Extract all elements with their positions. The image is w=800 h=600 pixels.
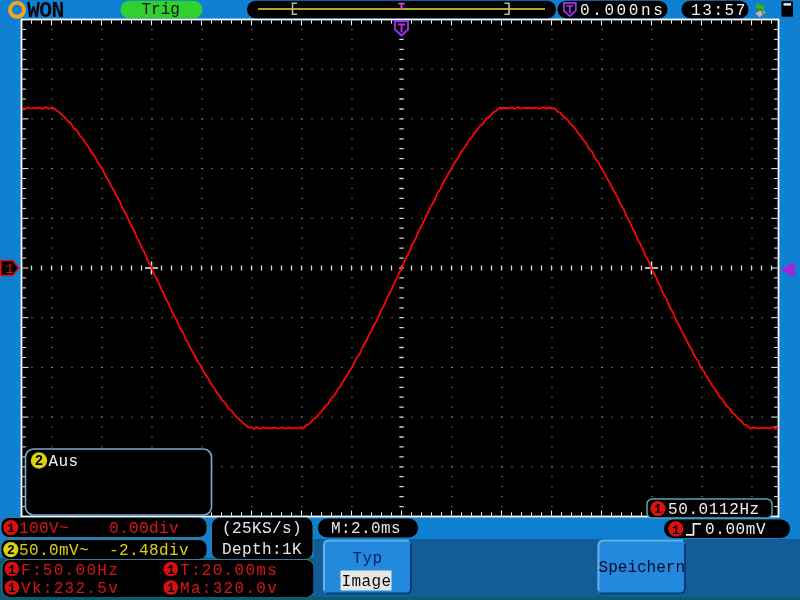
svg-text:1: 1: [5, 262, 13, 277]
svg-text:2: 2: [7, 543, 15, 558]
svg-text:1: 1: [167, 581, 175, 596]
svg-text:Aus: Aus: [49, 453, 79, 471]
svg-text:Typ: Typ: [352, 550, 382, 568]
svg-text:WON: WON: [27, 0, 64, 23]
svg-text:(25KS/s): (25KS/s): [222, 520, 302, 538]
svg-text:1: 1: [167, 563, 175, 578]
svg-text:100V~: 100V~: [19, 520, 69, 538]
svg-text:F:50.00Hz: F:50.00Hz: [21, 562, 119, 580]
svg-text:Image: Image: [341, 573, 391, 591]
svg-text:Trig: Trig: [142, 1, 180, 19]
svg-text:1: 1: [8, 581, 16, 596]
svg-text:0.000ns: 0.000ns: [580, 2, 665, 20]
svg-text:50.0mV~: 50.0mV~: [19, 542, 89, 560]
svg-text:0.00mV: 0.00mV: [705, 521, 766, 539]
svg-text:Speichern: Speichern: [599, 559, 685, 577]
svg-text:Depth:1K: Depth:1K: [222, 541, 302, 559]
svg-text:1: 1: [8, 563, 16, 578]
svg-text:1: 1: [654, 502, 662, 517]
svg-text:T:20.00ms: T:20.00ms: [180, 562, 278, 580]
svg-text:M:2.0ms: M:2.0ms: [331, 520, 401, 538]
svg-text:1: 1: [672, 523, 680, 538]
svg-text:1: 1: [7, 521, 15, 536]
svg-text:13:57: 13:57: [691, 2, 747, 20]
svg-text:0.00div: 0.00div: [109, 520, 179, 538]
svg-text:Vk:232.5v: Vk:232.5v: [21, 580, 119, 598]
svg-text:-2.48div: -2.48div: [109, 542, 189, 560]
svg-text:Ma:320.0v: Ma:320.0v: [180, 580, 278, 598]
svg-text:50.0112Hz: 50.0112Hz: [668, 501, 760, 519]
svg-text:2: 2: [35, 453, 43, 469]
